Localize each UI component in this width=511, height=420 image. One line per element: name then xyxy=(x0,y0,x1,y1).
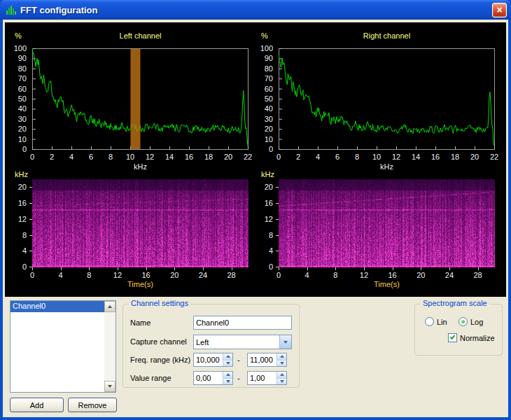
spectrum-x-tick-label: 12 xyxy=(388,153,405,161)
titlebar[interactable]: FFT configuration × xyxy=(0,0,511,20)
chevron-down-icon xyxy=(284,341,288,344)
spectrum-y-axis: 0102030405060708090100 xyxy=(251,48,275,150)
spin-down-button[interactable] xyxy=(277,360,286,367)
spectrogram-y-unit-label: kHz xyxy=(15,170,28,178)
value-to-input[interactable] xyxy=(248,372,276,384)
log-radio[interactable]: Log xyxy=(458,317,483,326)
tick-mark xyxy=(421,267,421,270)
spin-up-button[interactable] xyxy=(277,354,286,360)
tick-mark xyxy=(29,203,32,204)
combo-dropdown-button[interactable] xyxy=(279,335,291,349)
spectrogram-y-tick-label: 4 xyxy=(5,246,27,255)
tick-mark xyxy=(29,219,32,220)
freq-from-spinner[interactable] xyxy=(193,353,233,367)
scrollbar-track[interactable] xyxy=(104,312,115,381)
tick-mark xyxy=(335,267,336,270)
spin-up-button[interactable] xyxy=(277,372,286,378)
tick-mark xyxy=(276,235,279,236)
channel-settings-group: Channel settings Name Capture channel Le… xyxy=(122,304,300,388)
spectrum-x-tick-label: 6 xyxy=(329,153,346,161)
spectrum-x-tick-label: 4 xyxy=(309,153,326,161)
left-channel-plot-column: %Left channel010203040506070809010002468… xyxy=(5,22,251,297)
spectrogram-x-tick-label: 12 xyxy=(109,271,126,279)
spin-down-button[interactable] xyxy=(223,378,232,385)
value-from-input[interactable] xyxy=(194,372,223,384)
spectrum-x-tick-label: 10 xyxy=(122,153,139,161)
spectrum-plot[interactable] xyxy=(279,48,495,150)
spectrogram-x-tick-label: 28 xyxy=(223,271,240,279)
spin-up-button[interactable] xyxy=(223,354,232,360)
spectrum-y-tick-label: 70 xyxy=(5,74,27,83)
freq-to-input[interactable] xyxy=(248,354,276,366)
plots-panel: %Left channel010203040506070809010002468… xyxy=(5,22,506,297)
spectrum-y-tick-label: 20 xyxy=(251,125,273,133)
spin-up-icon xyxy=(280,355,284,358)
spectrum-x-tick-label: 8 xyxy=(349,153,365,161)
spectrogram-y-tick-label: 8 xyxy=(251,231,273,239)
spectrum-y-tick-label: 10 xyxy=(5,135,27,144)
spin-up-button[interactable] xyxy=(223,372,232,378)
spin-down-button[interactable] xyxy=(223,360,232,367)
spin-down-icon xyxy=(226,380,230,383)
spectrum-x-unit-label: kHz xyxy=(32,162,248,171)
value-range-label: Value range xyxy=(130,371,172,386)
spectrogram-x-tick-label: 12 xyxy=(356,271,372,279)
spin-down-button[interactable] xyxy=(277,378,286,385)
spectrum-plot[interactable] xyxy=(32,48,248,150)
spectrum-x-tick-label: 2 xyxy=(43,153,60,161)
scroll-up-button[interactable] xyxy=(104,301,115,312)
spectrum-y-tick-label: 50 xyxy=(5,94,27,103)
value-from-spinner[interactable] xyxy=(193,371,233,385)
spectrum-x-tick-label: 12 xyxy=(141,153,158,161)
tick-mark xyxy=(29,187,32,188)
capture-channel-label: Capture channel xyxy=(130,335,187,349)
spectrogram-y-tick-label: 16 xyxy=(251,199,273,207)
channel-title: Left channel xyxy=(32,31,248,40)
scroll-down-button[interactable] xyxy=(104,381,115,392)
spectrum-y-tick-label: 100 xyxy=(251,44,273,52)
spectrum-y-tick-label: 70 xyxy=(251,74,273,83)
spectrogram-plot xyxy=(279,179,495,267)
spectrogram-x-tick-label: 8 xyxy=(327,271,344,279)
capture-channel-select[interactable]: Left xyxy=(193,335,292,349)
spin-down-icon xyxy=(280,380,284,383)
spectrogram-x-tick-label: 0 xyxy=(24,271,41,279)
spin-down-icon xyxy=(226,362,230,365)
spectrum-x-tick-label: 8 xyxy=(102,153,119,161)
check-icon xyxy=(450,334,456,340)
tick-mark xyxy=(478,267,479,270)
spectrum-x-tick-label: 20 xyxy=(220,153,237,161)
scroll-down-icon xyxy=(108,385,112,388)
normalize-checkbox[interactable]: Normalize xyxy=(448,333,495,342)
spectrogram-x-tick-label: 0 xyxy=(270,271,287,279)
close-button[interactable]: × xyxy=(492,3,507,18)
spectrum-x-tick-label: 2 xyxy=(290,153,307,161)
channel-listbox[interactable]: Channel0 xyxy=(10,300,116,393)
spectrum-x-tick-label: 18 xyxy=(200,153,217,161)
spectrogram-y-tick-label: 12 xyxy=(251,215,273,223)
tick-mark xyxy=(276,251,279,251)
spectrogram-x-axis: 0481216202428 xyxy=(32,271,248,279)
name-label: Name xyxy=(130,316,150,330)
log-radio-label: Log xyxy=(470,318,483,326)
spectrogram-y-axis: 048121620 xyxy=(251,179,275,267)
remove-button[interactable]: Remove xyxy=(68,398,117,412)
add-button[interactable]: Add xyxy=(10,398,64,412)
listbox-scrollbar[interactable] xyxy=(104,301,115,392)
name-input[interactable] xyxy=(193,316,292,330)
spectrogram-y-tick-label: 12 xyxy=(5,215,27,223)
value-to-spinner[interactable] xyxy=(247,371,287,385)
spectrogram-x-tick-label: 16 xyxy=(384,271,401,279)
channel-list-item[interactable]: Channel0 xyxy=(10,301,104,312)
freq-from-input[interactable] xyxy=(194,354,223,366)
radio-icon xyxy=(425,317,434,326)
spectrum-y-unit-label: % xyxy=(261,31,268,40)
freq-to-spinner[interactable] xyxy=(247,353,287,367)
tick-mark xyxy=(29,235,32,236)
spectrum-y-tick-label: 20 xyxy=(5,125,27,133)
spectrum-x-axis: 0246810121416182022 xyxy=(32,153,248,161)
lin-radio[interactable]: Lin xyxy=(425,317,447,326)
spectrogram-y-tick-label: 20 xyxy=(251,183,273,191)
spectrum-y-tick-label: 80 xyxy=(5,64,27,73)
spectrum-x-tick-label: 14 xyxy=(161,153,178,161)
